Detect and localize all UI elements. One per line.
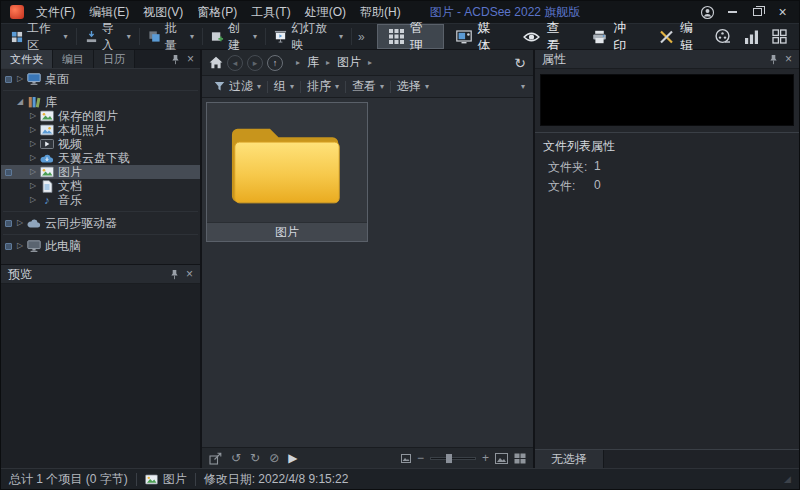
menu-tools[interactable]: 工具(T) bbox=[244, 1, 297, 23]
quick-select-gutter[interactable] bbox=[3, 169, 14, 176]
restore-button[interactable] bbox=[745, 2, 770, 22]
zoom-in-icon[interactable]: + bbox=[482, 452, 489, 464]
minimize-button[interactable] bbox=[720, 2, 745, 22]
quick-select-gutter[interactable] bbox=[3, 243, 14, 250]
refresh-icon[interactable]: ↻ bbox=[514, 56, 526, 70]
close-icon[interactable]: × bbox=[785, 52, 792, 66]
folder-tile-pictures[interactable]: 图片 bbox=[206, 102, 368, 242]
no-filter-icon[interactable]: ⊘ bbox=[269, 452, 279, 464]
close-button[interactable]: × bbox=[770, 2, 795, 22]
tab-view[interactable]: 查看 bbox=[511, 24, 580, 49]
pictures-icon bbox=[39, 166, 55, 178]
view-button[interactable]: 查看 ▾ bbox=[346, 76, 390, 97]
expand-arrow-icon[interactable]: ▷ bbox=[27, 182, 39, 190]
close-icon[interactable]: × bbox=[186, 267, 193, 281]
expand-arrow-icon[interactable]: ◢ bbox=[14, 98, 26, 106]
filter-button[interactable]: 过滤 ▾ bbox=[208, 76, 267, 97]
film-reel-icon[interactable] bbox=[714, 28, 731, 45]
expand-arrow-icon[interactable]: ▷ bbox=[27, 196, 39, 204]
tab-manage[interactable]: 管理 bbox=[377, 24, 444, 49]
video-icon bbox=[39, 138, 55, 150]
breadcrumb-chevron-icon: ▸ bbox=[291, 58, 305, 67]
expand-arrow-icon[interactable]: ▷ bbox=[27, 168, 39, 176]
tab-folders[interactable]: 文件夹 bbox=[1, 50, 53, 68]
printer-icon bbox=[592, 30, 607, 44]
chevron-down-icon: ▾ bbox=[64, 33, 68, 41]
quick-select-gutter[interactable] bbox=[3, 76, 14, 83]
minimize-icon bbox=[728, 11, 737, 13]
expand-arrow-icon[interactable]: ▷ bbox=[27, 112, 39, 120]
view-mode-icon[interactable] bbox=[514, 453, 526, 464]
tree-item-local-photos[interactable]: ▷ 本机照片 bbox=[1, 123, 200, 137]
share-icon[interactable] bbox=[209, 452, 222, 465]
slideshow-icon bbox=[274, 30, 287, 43]
zoom-out-icon[interactable]: − bbox=[417, 452, 424, 464]
tab-catalog[interactable]: 编目 bbox=[53, 50, 94, 68]
breadcrumb-item-library[interactable]: 库 bbox=[305, 54, 321, 71]
filter-bar: 过滤 ▾ 组 ▾ 排序 ▾ 查看 ▾ bbox=[202, 76, 533, 98]
app-logo-icon bbox=[10, 5, 24, 19]
property-label: 文件夹: bbox=[548, 159, 594, 176]
picture-icon bbox=[145, 474, 158, 485]
filter-more-icon[interactable]: ▾ bbox=[521, 82, 527, 91]
undo-icon[interactable]: ↺ bbox=[231, 452, 241, 464]
chevron-down-icon: ▾ bbox=[335, 83, 339, 91]
tab-media[interactable]: 媒体 bbox=[444, 24, 512, 49]
tree-item-label: 音乐 bbox=[55, 192, 82, 209]
redo-icon[interactable]: ↻ bbox=[250, 452, 260, 464]
tree-item-this-pc[interactable]: ▷ 此电脑 bbox=[1, 239, 200, 253]
chevron-down-icon: ▾ bbox=[290, 83, 294, 91]
apps-grid-icon[interactable] bbox=[772, 29, 787, 44]
tab-calendar[interactable]: 日历 bbox=[94, 50, 135, 68]
tab-edit[interactable]: 编辑 bbox=[647, 24, 714, 49]
tree-item-cloud-download[interactable]: ▷ 天翼云盘下载 bbox=[1, 151, 200, 165]
tree-item-cloud-sync-drive[interactable]: ▷ 云同步驱动器 bbox=[1, 216, 200, 230]
batch-button[interactable]: 批量 ▾ bbox=[142, 26, 200, 47]
toolbar-overflow-button[interactable]: » bbox=[354, 30, 369, 44]
pin-icon[interactable] bbox=[170, 269, 179, 280]
no-selection-tab[interactable]: 无选择 bbox=[535, 450, 604, 468]
create-button[interactable]: 创建 ▾ bbox=[205, 26, 263, 47]
close-icon[interactable]: × bbox=[187, 52, 194, 66]
group-button[interactable]: 组 ▾ bbox=[268, 76, 300, 97]
close-icon: × bbox=[778, 4, 786, 20]
expand-arrow-icon[interactable]: ▷ bbox=[14, 242, 26, 250]
quick-select-gutter[interactable] bbox=[3, 220, 14, 227]
slideshow-button[interactable]: 幻灯放映 ▾ bbox=[268, 26, 349, 47]
zoom-slider[interactable] bbox=[430, 457, 476, 460]
expand-arrow-icon[interactable]: ▷ bbox=[27, 154, 39, 162]
up-button[interactable]: ↑ bbox=[267, 55, 283, 71]
import-button[interactable]: 导入 ▾ bbox=[79, 26, 137, 47]
select-button[interactable]: 选择 ▾ bbox=[391, 76, 435, 97]
expand-arrow-icon[interactable]: ▷ bbox=[14, 219, 26, 227]
menu-help[interactable]: 帮助(H) bbox=[353, 1, 408, 23]
large-thumbnails-icon[interactable] bbox=[495, 453, 508, 464]
bar-chart-icon[interactable] bbox=[744, 29, 759, 44]
zoom-slider-thumb[interactable] bbox=[446, 454, 452, 464]
expand-arrow-icon[interactable]: ▷ bbox=[27, 140, 39, 148]
expand-arrow-icon[interactable]: ▷ bbox=[14, 75, 26, 83]
expand-arrow-icon[interactable]: ▷ bbox=[27, 126, 39, 134]
eye-icon bbox=[523, 31, 540, 43]
property-row-folders: 文件夹: 1 bbox=[535, 158, 799, 177]
small-thumbnails-icon[interactable] bbox=[401, 454, 411, 463]
tree-item-desktop[interactable]: ▷ 桌面 bbox=[1, 72, 200, 86]
forward-button[interactable]: ▸ bbox=[247, 55, 263, 71]
breadcrumb-item-pictures[interactable]: 图片 bbox=[335, 54, 363, 71]
back-button[interactable]: ◂ bbox=[227, 55, 243, 71]
folder-tree: ▷ 桌面 ◢ 库 ▷ 保存的图片 bbox=[1, 69, 200, 264]
pin-icon[interactable] bbox=[171, 54, 180, 65]
tab-print[interactable]: 冲印 bbox=[580, 24, 647, 49]
home-icon[interactable] bbox=[209, 56, 223, 69]
status-location-label: 图片 bbox=[163, 471, 187, 488]
pin-icon[interactable] bbox=[769, 54, 778, 65]
manage-grid-icon bbox=[389, 29, 404, 44]
tree-item-music[interactable]: ▷ ♪ 音乐 bbox=[1, 193, 200, 207]
tree-item-pictures[interactable]: ▷ 图片 bbox=[1, 165, 200, 179]
toolbar-separator bbox=[76, 28, 77, 45]
resize-grip[interactable]: ◢ bbox=[784, 475, 791, 484]
workspace-button[interactable]: 工作区 ▾ bbox=[5, 26, 74, 47]
slideshow-play-icon[interactable]: ▶ bbox=[288, 452, 297, 464]
tree-item-documents[interactable]: ▷ 文档 bbox=[1, 179, 200, 193]
sort-button[interactable]: 排序 ▾ bbox=[301, 76, 345, 97]
